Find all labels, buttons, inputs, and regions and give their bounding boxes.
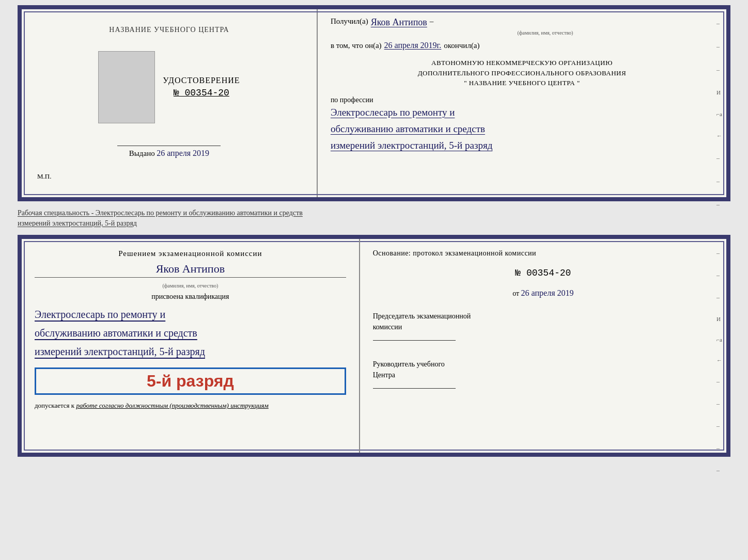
profession-handwritten: Электрослесарь по ремонту и обслуживанию… <box>331 104 713 154</box>
org-name: НАЗВАНИЕ УЧЕБНОГО ЦЕНТРА <box>469 79 575 87</box>
vydano-block: Выдано 26 апреля 2019 <box>37 149 301 158</box>
top-right-panel: Получил(а) Яков Антипов – (фамилия, имя,… <box>318 9 726 197</box>
org-quote-open: " <box>464 79 467 87</box>
razryad-badge: 5-й разряд <box>35 367 346 395</box>
protocol-number: № 00354-20 <box>373 268 713 278</box>
doc-number-top: № 00354-20 <box>163 88 240 98</box>
profession-line1: Электрослесарь по ремонту и <box>331 104 713 121</box>
side-dashes-top: – – – И ⌐а ← – – – <box>716 20 722 209</box>
dopuskaetsya-block: допускается к работе согласно должностны… <box>35 402 346 410</box>
po-professii-block: по профессии Электрослесарь по ремонту и… <box>331 96 713 154</box>
qualification-handwritten: Электрослесарь по ремонту и обслуживанию… <box>35 305 346 361</box>
po-professii-label: по профессии <box>331 96 713 104</box>
poluchil-label: Получил(а) <box>331 17 368 26</box>
dopuskaetsya-label: допускается к <box>35 402 74 409</box>
vtom-suffix: окончил(а) <box>444 41 479 50</box>
document-container: НАЗВАНИЕ УЧЕБНОГО ЦЕНТРА УДОСТОВЕРЕНИЕ №… <box>18 5 730 457</box>
rukovoditel-block: Руководитель учебного Центра <box>373 359 713 391</box>
side-dashes-bottom: – – – И ⌐а ← – – – – – <box>716 249 722 474</box>
autonomnaya-block: АВТОНОМНУЮ НЕКОММЕРЧЕСКУЮ ОРГАНИЗАЦИЮ ДО… <box>331 58 713 88</box>
qual-line3: измерений электростанций, 5-й разряд <box>35 342 346 361</box>
rukovoditel-line1: Руководитель учебного <box>373 359 713 370</box>
bottom-document: Решением экзаменационной комиссии Яков А… <box>18 235 730 457</box>
org-quote-close: " <box>577 79 580 87</box>
fio-bottom: Яков Антипов <box>156 262 225 275</box>
predsedatel-line2: комиссии <box>373 322 713 332</box>
photo-placeholder <box>98 51 155 123</box>
fio-caption-bottom: (фамилия, имя, отчество) <box>35 283 346 289</box>
profession-line3: измерений электростанций, 5-й разряд <box>331 137 713 154</box>
bottom-right-panel: Основание: протокол экзаменационной коми… <box>360 239 726 453</box>
osnovanie-text: Основание: протокол экзаменационной коми… <box>373 249 713 258</box>
fio-value-top: Яков Антипов <box>371 17 427 28</box>
org-line2: ДОПОЛНИТЕЛЬНОГО ПРОФЕССИОНАЛЬНОГО ОБРАЗО… <box>331 68 713 78</box>
top-left-panel: НАЗВАНИЕ УЧЕБНОГО ЦЕНТРА УДОСТОВЕРЕНИЕ №… <box>22 9 318 197</box>
bottom-left-panel: Решением экзаменационной комиссии Яков А… <box>22 239 360 453</box>
fio-caption-top: (фамилия, имя, отчество) <box>377 30 713 36</box>
top-document: НАЗВАНИЕ УЧЕБНОГО ЦЕНТРА УДОСТОВЕРЕНИЕ №… <box>18 5 730 201</box>
training-center-top: НАЗВАНИЕ УЧЕБНОГО ЦЕНТРА <box>109 26 229 34</box>
poluchil-dash: – <box>430 17 434 26</box>
org-line1: АВТОНОМНУЮ НЕКОММЕРЧЕСКУЮ ОРГАНИЗАЦИЮ <box>331 58 713 68</box>
udostoverenie-title: УДОСТОВЕРЕНИЕ <box>163 76 240 85</box>
mp-label: М.П. <box>37 172 51 181</box>
dopuskaetsya-rest: работе согласно должностным (производств… <box>76 402 268 409</box>
predsedatel-line1: Председатель экзаменационной <box>373 311 713 322</box>
predsedatel-block: Председатель экзаменационной комиссии <box>373 311 713 343</box>
rukovoditel-line2: Центра <box>373 370 713 380</box>
info-line2: измерений электростанций, 5-й разряд <box>18 218 730 229</box>
qual-line2: обслуживанию автоматики и средств <box>35 324 346 342</box>
profession-line2: обслуживанию автоматики и средств <box>331 121 713 137</box>
prisvoena-text: присвоена квалификация <box>35 293 346 301</box>
poluchil-line: Получил(а) Яков Антипов – <box>331 17 713 28</box>
signature-line-top <box>117 146 221 146</box>
ot-label: от <box>512 290 519 297</box>
vtom-date: 26 апреля 2019г. <box>384 41 442 50</box>
vydano-label: Выдано <box>129 149 155 157</box>
rukovoditel-sign-line <box>373 388 456 389</box>
predsedatel-sign-line <box>373 340 456 341</box>
resheniem-text: Решением экзаменационной комиссии <box>35 249 346 258</box>
info-line1: Рабочая специальность - Электрослесарь п… <box>18 208 730 218</box>
vtom-line: в том, что он(а) 26 апреля 2019г. окончи… <box>331 41 713 50</box>
qual-line1: Электрослесарь по ремонту и <box>35 305 346 324</box>
info-text: Рабочая специальность - Электрослесарь п… <box>18 205 730 231</box>
ot-date-block: от 26 апреля 2019 <box>373 289 713 298</box>
org-name-quoted: " НАЗВАНИЕ УЧЕБНОГО ЦЕНТРА " <box>331 78 713 88</box>
udostoverenie-block: УДОСТОВЕРЕНИЕ № 00354-20 <box>163 76 240 98</box>
razryad-badge-text: 5-й разряд <box>46 372 334 391</box>
vydano-date: 26 апреля 2019 <box>157 149 209 157</box>
vtom-prefix: в том, что он(а) <box>331 41 382 50</box>
ot-date-value: 26 апреля 2019 <box>521 289 574 297</box>
